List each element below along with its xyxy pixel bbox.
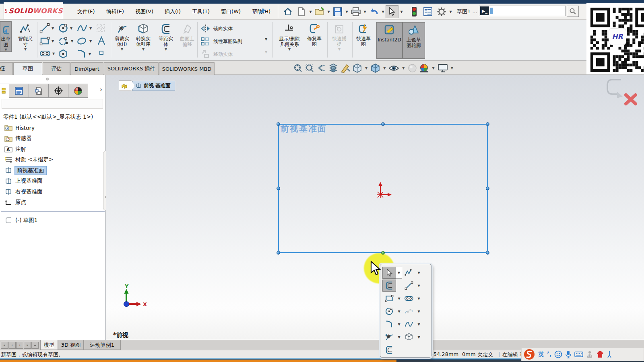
tab-dimxpert-manager[interactable] — [49, 84, 68, 98]
exit-sketch-button[interactable]: 出草图 ▼ — [0, 21, 12, 52]
palette-rectangle-dropdown[interactable]: ▼ — [396, 297, 402, 300]
select-tool[interactable] — [386, 5, 398, 18]
palette-spline-sketch-tool[interactable] — [402, 305, 416, 317]
undo-icon[interactable] — [367, 6, 381, 18]
palette-select-tool[interactable] — [382, 267, 396, 279]
palette-offset-tool2[interactable] — [382, 344, 396, 356]
view-settings-icon[interactable] — [438, 63, 448, 73]
palette-slot-tool[interactable] — [402, 292, 416, 304]
tab-features[interactable]: 征 — [0, 62, 13, 75]
plane-handle-ml[interactable] — [277, 187, 280, 190]
tree-item-material[interactable]: 材质 <未指定> — [1, 154, 105, 165]
palette-arc-dropdown[interactable]: ▼ — [396, 323, 402, 326]
spline-dropdown[interactable]: ▼ — [89, 27, 92, 30]
tree-item-top-plane[interactable]: 上视基准面 — [1, 176, 105, 187]
open-dropdown[interactable]: ▼ — [326, 6, 331, 18]
tree-item-front-plane[interactable]: 前视基准面 — [1, 165, 105, 176]
tab-scroll-first[interactable]: « — [1, 342, 8, 349]
menu-edit[interactable]: 编辑(E) — [101, 4, 130, 20]
tab-sketch[interactable]: 草图 — [13, 62, 42, 75]
tree-item-annotations[interactable]: A 注解 — [1, 144, 105, 155]
tab-dimxpert[interactable]: DimXpert — [70, 62, 103, 75]
ime-skin-icon[interactable]: 10 — [586, 350, 593, 358]
menu-insert[interactable]: 插入(I) — [159, 4, 186, 20]
spline-tool[interactable]: ▼ — [76, 23, 92, 33]
arc-tool[interactable]: ▼ — [76, 49, 91, 59]
report-icon[interactable] — [421, 6, 435, 18]
display-style-icon[interactable] — [370, 63, 380, 73]
offset-entities-button[interactable]: 等距实体 ▼ — [154, 21, 178, 51]
display-delete-relations-button[interactable]: 显示/删除几何关系 ▼ — [276, 21, 303, 51]
polygon-tool[interactable] — [58, 49, 68, 59]
tree-item-sketch1[interactable]: (-) 草图1 — [1, 215, 105, 226]
ime-emoji-icon[interactable] — [554, 350, 562, 358]
ime-mic-icon[interactable] — [565, 350, 572, 359]
sogou-logo-icon[interactable] — [523, 348, 535, 360]
sketch-assist-icon[interactable] — [340, 63, 351, 73]
rectangle-dropdown[interactable]: ▼ — [52, 39, 54, 43]
pin-icon[interactable] — [258, 7, 266, 16]
rapid-sketch-button[interactable]: 快速草图 — [352, 21, 375, 47]
convert-entities-button[interactable]: 转换实体引用 ▼ — [132, 21, 155, 51]
open-icon[interactable] — [313, 6, 326, 18]
palette-line-dropdown[interactable]: ▼ — [416, 284, 422, 288]
plane-handle-mr[interactable] — [486, 187, 489, 190]
zoom-area-icon[interactable] — [305, 63, 315, 73]
plane-handle-bl[interactable] — [277, 251, 280, 255]
mirror-entities-button[interactable]: 镜向实体 — [200, 24, 233, 33]
tab-configurations[interactable] — [29, 84, 49, 98]
hide-show-dropdown[interactable]: ▼ — [402, 66, 405, 70]
view-orientation-icon[interactable] — [352, 63, 362, 73]
menu-file[interactable]: 文件(F) — [72, 4, 101, 20]
display-style-dropdown[interactable]: ▼ — [383, 66, 386, 70]
save-icon[interactable] — [331, 6, 345, 18]
tab-feature-tree[interactable] — [0, 84, 9, 98]
palette-circle-dropdown[interactable]: ▼ — [396, 310, 402, 313]
palette-slot-dropdown[interactable]: ▼ — [416, 297, 422, 300]
hide-show-icon[interactable] — [388, 63, 399, 73]
view-orientation-dropdown[interactable]: ▼ — [365, 66, 367, 70]
arc-dropdown[interactable]: ▼ — [89, 52, 91, 56]
plane-handle-br[interactable] — [486, 251, 489, 255]
apply-scene-dropdown[interactable]: ▼ — [432, 66, 434, 70]
point-tool[interactable] — [99, 50, 104, 55]
menu-window[interactable]: 窗口(W) — [215, 4, 246, 20]
tree-item-origin[interactable]: 原点 — [1, 197, 105, 208]
ime-punctuation-icon[interactable]: ’, — [547, 351, 551, 358]
home-icon[interactable] — [281, 6, 295, 18]
ime-language[interactable]: 英 — [538, 351, 544, 358]
instant2d-button[interactable]: Instant2D — [376, 22, 402, 59]
tree-root[interactable]: 零件1 (默认<<默认>_显示状态 1>) — [1, 112, 105, 123]
motion-study-tab[interactable]: 运动算例1 — [84, 340, 121, 350]
apply-scene-icon[interactable] — [419, 63, 429, 73]
model-tab[interactable]: 模型 — [40, 340, 58, 350]
palette-spline-dropdown[interactable]: ▼ — [416, 323, 422, 326]
palette-circle-tool[interactable] — [382, 305, 396, 317]
undo-dropdown[interactable]: ▼ — [381, 6, 385, 18]
tab-display-manager[interactable] — [68, 84, 88, 98]
sketch-origin[interactable] — [372, 179, 396, 204]
line-tool[interactable]: ▼ — [39, 23, 54, 33]
ime-keyboard-icon[interactable] — [574, 351, 583, 358]
palette-arc-tool[interactable] — [382, 318, 396, 330]
panel-expand-chevron[interactable]: › — [100, 86, 102, 93]
perimeter-circle-tool[interactable]: ▼ — [58, 36, 73, 46]
menu-view[interactable]: 视图(V) — [130, 4, 159, 20]
graphics-viewport[interactable]: 前视 基准面 前视基准面 Y X — [106, 75, 644, 340]
slot-tool[interactable]: ▼ — [39, 49, 55, 58]
section-view-icon[interactable] — [328, 63, 339, 73]
tree-item-right-plane[interactable]: 右视基准面 — [1, 187, 105, 197]
tab-mbd[interactable]: SOLIDWORKS MBD — [159, 62, 215, 75]
tab-scroll-next[interactable]: › — [16, 342, 23, 349]
tree-filter-strip[interactable] — [2, 99, 103, 109]
search-input[interactable]: ▶_ — [479, 6, 566, 16]
palette-line-tool[interactable] — [402, 280, 416, 292]
slot-dropdown[interactable]: ▼ — [52, 52, 55, 56]
circle-tool[interactable]: ▼ — [58, 23, 72, 33]
options-gear-icon[interactable] — [435, 6, 448, 18]
check-errors-icon[interactable] — [407, 6, 421, 18]
previous-view-icon[interactable] — [316, 63, 327, 73]
tree-item-history[interactable]: History — [1, 123, 105, 134]
rectangle-tool[interactable]: ▼ — [39, 36, 54, 46]
tab-property-manager[interactable] — [9, 84, 29, 98]
